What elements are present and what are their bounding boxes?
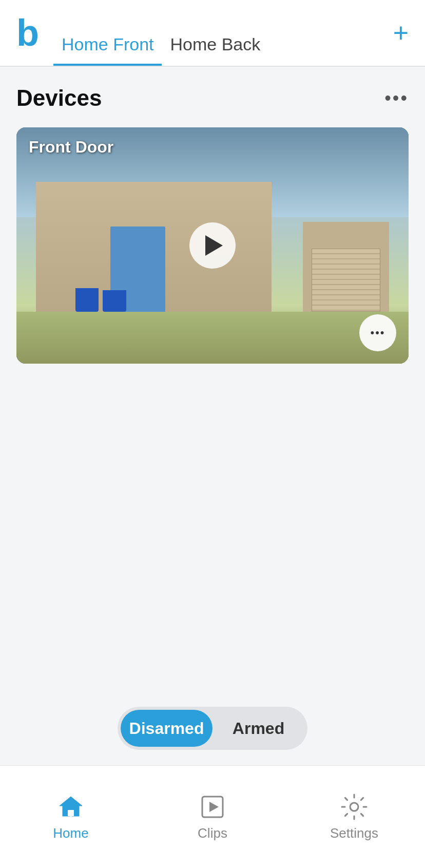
camera-card-front-door[interactable]: Front Door ••• <box>16 127 409 364</box>
ground-bg <box>16 312 409 364</box>
nav-label-home: Home <box>53 825 88 841</box>
tab-home-front[interactable]: Home Front <box>53 0 162 66</box>
flower-pot-left <box>75 288 99 312</box>
home-icon <box>56 792 85 821</box>
garage-door-visual <box>312 249 380 311</box>
nav-label-settings: Settings <box>330 825 378 841</box>
settings-icon <box>340 792 369 821</box>
security-toggle: Disarmed Armed <box>118 707 307 750</box>
svg-marker-2 <box>209 802 219 812</box>
camera-name-label: Front Door <box>29 138 113 157</box>
add-location-button[interactable]: + <box>393 20 409 46</box>
disarmed-button[interactable]: Disarmed <box>121 710 212 747</box>
main-content: Devices ••• Front Door <box>0 67 425 382</box>
svg-rect-0 <box>68 810 74 816</box>
clips-icon <box>198 792 227 821</box>
devices-title: Devices <box>16 85 102 111</box>
nav-item-settings[interactable]: Settings <box>308 792 400 841</box>
svg-point-3 <box>350 803 358 811</box>
nav-item-home[interactable]: Home <box>25 792 117 841</box>
nav-label-clips: Clips <box>198 825 227 841</box>
play-button[interactable] <box>189 222 236 269</box>
nav-item-clips[interactable]: Clips <box>166 792 259 841</box>
app-logo: b <box>16 14 39 51</box>
header: b Home Front Home Back + <box>0 0 425 67</box>
devices-header: Devices ••• <box>16 85 409 111</box>
tab-home-back[interactable]: Home Back <box>162 0 268 66</box>
play-icon <box>205 235 223 256</box>
garage-visual <box>303 222 389 312</box>
armed-button[interactable]: Armed <box>212 710 304 747</box>
bottom-nav: Home Clips Settings <box>0 765 425 868</box>
tab-bar: Home Front Home Back <box>53 0 393 66</box>
devices-more-button[interactable]: ••• <box>384 87 409 109</box>
flower-pot-right <box>103 290 126 311</box>
camera-more-button[interactable]: ••• <box>359 314 396 351</box>
